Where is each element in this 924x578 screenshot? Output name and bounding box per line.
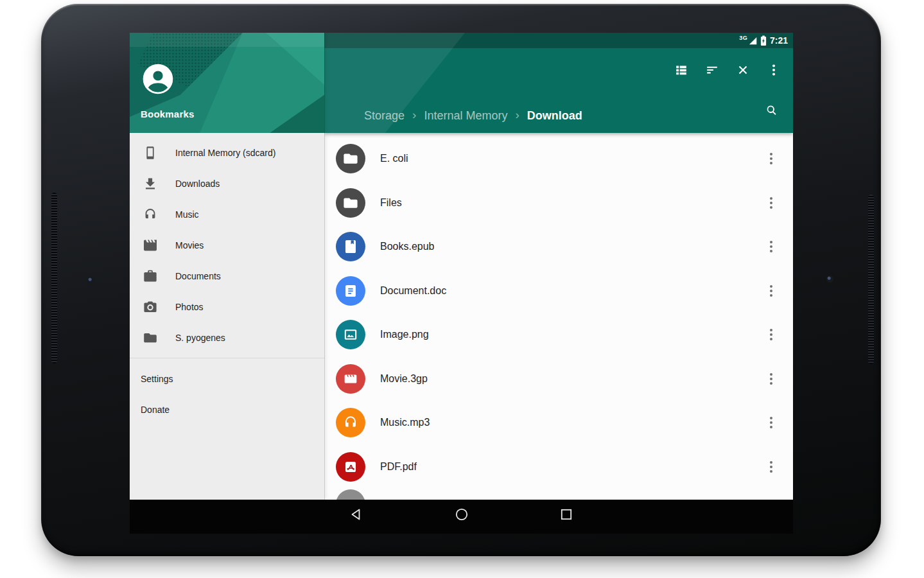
drawer-item-s-pyogenes[interactable]: S. pyogenes xyxy=(130,322,324,353)
recents-icon[interactable] xyxy=(559,507,574,522)
drawer-divider xyxy=(130,358,324,358)
drawer-item-movies[interactable]: Movies xyxy=(130,230,324,261)
more-vert-icon[interactable] xyxy=(768,457,774,477)
more-vert-icon[interactable] xyxy=(768,237,774,256)
battery-charging-icon xyxy=(760,35,767,46)
headset-icon xyxy=(143,207,158,222)
file-name: PDF.pdf xyxy=(380,461,417,473)
drawer-item-downloads[interactable]: Downloads xyxy=(130,168,324,199)
file-name: Image.png xyxy=(380,329,429,340)
drawer-item-label: Music xyxy=(175,209,199,220)
status-bar: 3G 7:21 xyxy=(324,33,793,48)
drawer-title: Bookmarks xyxy=(141,109,195,119)
drawer-item-label: Internal Memory (sdcard) xyxy=(175,148,275,158)
file-row-image-png[interactable]: Image.png xyxy=(324,313,793,357)
breadcrumb-separator: › xyxy=(515,108,519,122)
more-vert-icon[interactable] xyxy=(768,193,774,213)
sort-icon[interactable] xyxy=(705,63,719,77)
breadcrumb-separator: › xyxy=(412,108,416,122)
movie-icon xyxy=(143,238,158,253)
drawer-item-label: S. pyogenes xyxy=(175,333,225,343)
close-icon[interactable] xyxy=(736,63,750,77)
drawer-item-photos[interactable]: Photos xyxy=(130,292,324,322)
file-name: Document.doc xyxy=(380,285,446,297)
tablet-frame: 3G 7:21 Storage›Internal Memory›Download xyxy=(41,4,881,556)
drawer-item-music[interactable]: Music xyxy=(130,199,324,230)
back-icon[interactable] xyxy=(349,507,365,522)
document-icon xyxy=(336,276,365,306)
file-name: E. coli xyxy=(380,153,408,164)
screen: 3G 7:21 Storage›Internal Memory›Download xyxy=(130,33,793,534)
breadcrumb-item-download[interactable]: Download xyxy=(527,109,582,123)
network-type-label: 3G xyxy=(739,35,747,41)
clock: 7:21 xyxy=(770,35,788,46)
drawer-footer: Settings Donate xyxy=(130,363,324,425)
search-icon[interactable] xyxy=(765,103,779,118)
toolbar xyxy=(674,63,781,77)
drawer-item-label: Photos xyxy=(175,302,204,312)
file-row-files[interactable]: Files xyxy=(324,181,793,225)
page-background: 3G 7:21 Storage›Internal Memory›Download xyxy=(0,0,924,578)
folder-icon xyxy=(143,330,158,346)
drawer-item-donate[interactable]: Donate xyxy=(130,394,324,425)
folder-icon xyxy=(336,188,365,218)
android-nav-bar xyxy=(130,500,793,534)
drawer-item-documents[interactable]: Documents xyxy=(130,261,324,292)
more-vert-icon[interactable] xyxy=(768,281,774,301)
breadcrumb-item-internal-memory[interactable]: Internal Memory xyxy=(424,109,507,123)
drawer-item-label: Donate xyxy=(141,405,170,415)
more-vert-icon[interactable] xyxy=(768,149,774,168)
drawer-item-label: Downloads xyxy=(175,179,220,189)
breadcrumb-item-storage[interactable]: Storage xyxy=(364,109,405,123)
file-name: Books.epub xyxy=(380,241,435,252)
file-name: Music.mp3 xyxy=(380,417,430,428)
file-row-movie-3gp[interactable]: Movie.3gp xyxy=(324,357,793,401)
smartphone-icon xyxy=(143,145,158,161)
file-row-e-coli[interactable]: E. coli xyxy=(324,137,793,181)
left-speaker-grille-icon xyxy=(51,193,57,363)
circle-icon xyxy=(336,489,365,500)
drawer-item-internal-memory-sdcard[interactable]: Internal Memory (sdcard) xyxy=(130,137,324,168)
more-vert-icon[interactable] xyxy=(767,63,781,77)
drawer-item-label: Documents xyxy=(175,271,221,281)
camera-icon xyxy=(143,299,158,315)
more-vert-icon[interactable] xyxy=(768,413,774,432)
front-camera-right-icon xyxy=(826,276,833,283)
app-bar: Storage›Internal Memory›Download xyxy=(324,48,793,133)
app-header: 3G 7:21 Storage›Internal Memory›Download xyxy=(324,33,793,133)
headset-icon xyxy=(336,408,365,437)
file-row-document-doc[interactable]: Document.doc xyxy=(324,269,793,313)
breadcrumb: Storage›Internal Memory›Download xyxy=(364,109,582,123)
file-row-pdf-pdf[interactable]: PDF.pdf xyxy=(324,445,793,489)
drawer-item-label: Settings xyxy=(141,374,173,384)
file-row-books-epub[interactable]: Books.epub xyxy=(324,225,793,269)
drawer-item-label: Movies xyxy=(175,240,204,250)
file-row-music-mp3[interactable]: Music.mp3 xyxy=(324,401,793,445)
drawer-header: Bookmarks xyxy=(130,33,324,133)
image-icon xyxy=(336,320,365,349)
front-camera-left-icon xyxy=(87,277,94,284)
briefcase-icon xyxy=(143,268,158,284)
account-circle-icon[interactable] xyxy=(140,61,176,97)
more-vert-icon[interactable] xyxy=(768,369,774,389)
file-row-partial[interactable] xyxy=(324,489,793,500)
download-icon xyxy=(143,176,158,191)
right-speaker-grille-icon xyxy=(868,195,874,364)
more-vert-icon[interactable] xyxy=(768,325,774,344)
header-glare xyxy=(130,33,324,47)
view-list-icon[interactable] xyxy=(674,63,688,77)
file-name: Movie.3gp xyxy=(380,373,428,385)
folder-icon xyxy=(336,144,365,173)
pdf-icon xyxy=(336,452,365,482)
file-list: E. coli Files Books.epub Document.doc Im… xyxy=(324,133,793,500)
file-name: Files xyxy=(380,197,402,209)
signal-icon xyxy=(749,37,757,45)
book-icon xyxy=(336,232,365,261)
navigation-drawer: Bookmarks Internal Memory (sdcard) Downl… xyxy=(130,33,324,500)
clapper-icon xyxy=(336,364,365,394)
drawer-item-settings[interactable]: Settings xyxy=(130,363,324,394)
drawer-list: Internal Memory (sdcard) Downloads Music… xyxy=(130,133,324,353)
home-icon[interactable] xyxy=(454,507,469,522)
